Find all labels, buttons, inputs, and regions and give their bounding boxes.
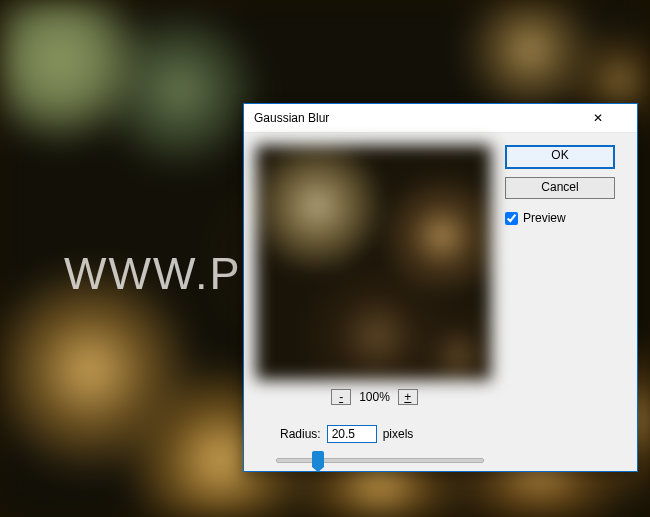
cancel-button[interactable]: Cancel (505, 177, 615, 199)
preview-checkbox[interactable] (505, 212, 518, 225)
slider-track (276, 458, 484, 463)
preview-checkbox-row[interactable]: Preview (505, 211, 615, 225)
gaussian-blur-dialog: Gaussian Blur ✕ OK Cancel Preview - 100%… (243, 103, 638, 472)
close-button[interactable]: ✕ (593, 104, 637, 132)
ok-button[interactable]: OK (505, 145, 615, 169)
radius-unit: pixels (383, 427, 414, 441)
dialog-title: Gaussian Blur (254, 111, 593, 125)
radius-input[interactable] (327, 425, 377, 443)
preview-checkbox-label: Preview (523, 211, 566, 225)
zoom-in-button[interactable]: + (398, 389, 418, 405)
radius-row: Radius: pixels (280, 425, 413, 443)
zoom-out-button[interactable]: - (331, 389, 351, 405)
zoom-controls: - 100% + (256, 388, 493, 406)
zoom-level: 100% (359, 390, 390, 404)
dialog-titlebar[interactable]: Gaussian Blur ✕ (244, 104, 637, 133)
close-icon: ✕ (593, 111, 637, 125)
preview-thumbnail[interactable] (256, 145, 491, 380)
slider-thumb[interactable] (312, 451, 324, 467)
radius-slider[interactable] (276, 451, 484, 469)
radius-label: Radius: (280, 427, 321, 441)
